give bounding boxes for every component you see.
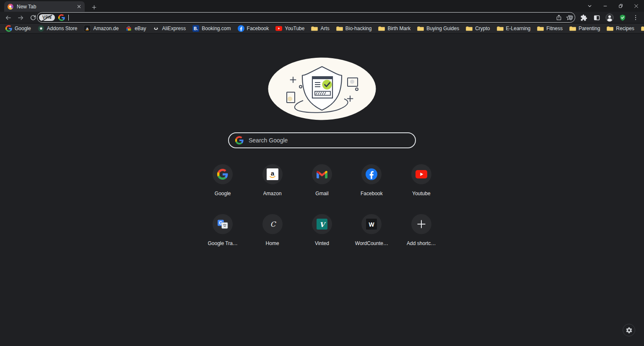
- back-button[interactable]: [3, 12, 13, 23]
- browser-window: New Tab: [0, 0, 644, 346]
- window-controls: [582, 0, 644, 12]
- green-shield-check-icon[interactable]: [618, 13, 628, 23]
- canva-icon: C: [262, 214, 283, 234]
- forward-button[interactable]: [15, 12, 26, 23]
- bookmark-item[interactable]: Google: [3, 24, 34, 33]
- folder-icon: [336, 25, 343, 32]
- menu-dots-icon[interactable]: [631, 13, 641, 23]
- bookmark-item[interactable]: a Amazon.de: [81, 24, 122, 33]
- close-window-button[interactable]: [628, 0, 644, 12]
- bookmark-item[interactable]: Addons Store: [35, 24, 80, 33]
- bookmark-item[interactable]: Facebook: [235, 24, 272, 33]
- extensions-puzzle-icon[interactable]: [579, 13, 589, 23]
- tab-new-tab[interactable]: New Tab: [4, 1, 85, 12]
- bookmark-item[interactable]: Sleeping bags: [638, 24, 644, 33]
- tab-search-chevron-icon[interactable]: [582, 0, 597, 12]
- bookmark-item[interactable]: Bio-hacking: [333, 24, 375, 33]
- search-input[interactable]: [249, 137, 409, 144]
- youtube-icon: [275, 25, 282, 32]
- google-search-box[interactable]: [228, 132, 416, 148]
- tab-title: New Tab: [17, 4, 73, 10]
- customize-settings-button[interactable]: [623, 324, 635, 336]
- shortcut-tile[interactable]: Youtube: [398, 164, 445, 196]
- share-icon[interactable]: [556, 14, 562, 21]
- new-tab-button[interactable]: [89, 2, 99, 12]
- wordcounter-icon: W: [361, 214, 382, 234]
- plus-icon: [411, 214, 431, 234]
- tab-close-icon[interactable]: [77, 4, 81, 9]
- google-icon: [5, 25, 12, 32]
- gmail-icon: [312, 164, 332, 184]
- amazon-fav-icon: a: [84, 25, 91, 32]
- booking-icon: B.: [192, 25, 199, 32]
- side-panel-icon[interactable]: [592, 13, 602, 23]
- facebook-icon: [361, 164, 382, 184]
- facebook-icon: [238, 25, 244, 32]
- shortcut-tile[interactable]: Add shortc…: [398, 214, 445, 246]
- aliexpress-icon: [153, 25, 159, 32]
- bookmark-item[interactable]: Recipes: [604, 24, 637, 33]
- omnibox[interactable]: VPN: [37, 12, 575, 23]
- new-tab-page: Google a Amazon Gmail Facebook Youtube G…: [0, 34, 644, 346]
- shortcut-tile[interactable]: Gmail: [299, 164, 345, 196]
- minimize-button[interactable]: [597, 0, 613, 12]
- bookmark-item[interactable]: Crypto: [463, 24, 493, 33]
- shortcut-tile[interactable]: Google: [199, 164, 246, 196]
- bookmark-item[interactable]: Arts: [308, 24, 332, 33]
- svg-text:C: C: [270, 220, 276, 228]
- bookmark-item[interactable]: Parenting: [566, 24, 603, 33]
- bookmarks-bar: Google Addons Store a Amazon.de eBay Ali…: [0, 23, 644, 34]
- privacy-orb-favicon-icon: [8, 4, 13, 10]
- text-caret: [68, 15, 69, 21]
- google-g-icon: [235, 136, 244, 145]
- shortcut-tile[interactable]: a Amazon: [249, 164, 296, 196]
- maximize-restore-button[interactable]: [613, 0, 628, 12]
- tab-strip: New Tab: [0, 0, 644, 12]
- vinted-icon: V: [312, 214, 332, 234]
- svg-text:B.: B.: [194, 26, 198, 31]
- bookmark-item[interactable]: YouTube: [273, 24, 307, 33]
- bookmark-item[interactable]: eBay: [122, 24, 149, 33]
- profile-avatar-icon[interactable]: [605, 13, 615, 23]
- addons-store-icon: [38, 25, 44, 32]
- shortcut-tile[interactable]: G Google Tra…: [199, 214, 246, 246]
- vpn-off-badge[interactable]: VPN: [39, 14, 55, 21]
- folder-icon: [378, 25, 385, 32]
- ebay-icon: [125, 25, 132, 32]
- amazon-tile-icon: a: [262, 164, 283, 184]
- toolbar: VPN: [0, 12, 644, 23]
- bookmark-item[interactable]: Birth Mark: [375, 24, 413, 33]
- svg-text:W: W: [369, 221, 375, 228]
- shortcut-tile[interactable]: W WordCounte…: [348, 214, 395, 246]
- bookmark-item[interactable]: AliExpress: [150, 24, 189, 33]
- youtube-icon: [411, 164, 431, 184]
- shortcut-tile[interactable]: Facebook: [348, 164, 395, 196]
- svg-text:a: a: [270, 170, 274, 177]
- folder-icon: [607, 25, 613, 32]
- search-engine-google-icon: [58, 14, 65, 21]
- translate-icon: G: [213, 214, 233, 234]
- folder-icon: [417, 25, 424, 32]
- shortcuts-grid: Google a Amazon Gmail Facebook Youtube G…: [198, 164, 446, 246]
- folder-icon: [497, 25, 504, 32]
- google-icon: [213, 164, 233, 184]
- folder-icon: [641, 25, 644, 32]
- bookmark-item[interactable]: Buying Guides: [414, 24, 462, 33]
- bookmark-item[interactable]: B. Booking.com: [190, 24, 234, 33]
- bookmark-item[interactable]: E-Learning: [494, 24, 534, 33]
- folder-icon: [311, 25, 318, 32]
- folder-icon: [466, 25, 473, 32]
- shortcut-tile[interactable]: C Home: [249, 214, 296, 246]
- privacy-shield-illustration: [268, 57, 376, 120]
- bookmark-item[interactable]: Fitness: [534, 24, 566, 33]
- gray-shield-lock-icon[interactable]: [566, 13, 576, 23]
- folder-icon: [537, 25, 544, 32]
- shortcut-tile[interactable]: V Vinted: [299, 214, 345, 246]
- extension-area: [566, 12, 641, 23]
- folder-icon: [569, 25, 576, 32]
